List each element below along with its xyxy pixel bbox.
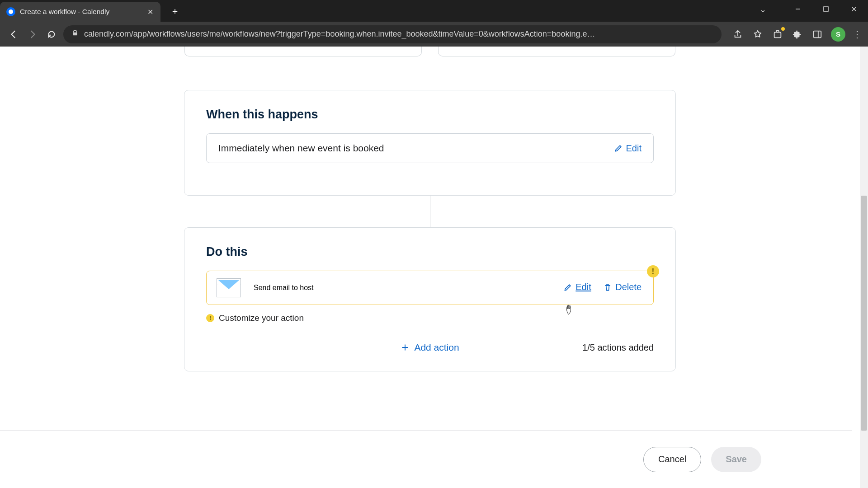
tab-title: Create a workflow - Calendly: [20, 8, 141, 16]
action-delete-label: Delete: [615, 282, 642, 292]
extension-icon[interactable]: [771, 28, 784, 41]
share-icon[interactable]: [731, 28, 744, 41]
profile-avatar[interactable]: S: [831, 27, 845, 42]
trigger-edit-button[interactable]: Edit: [614, 143, 642, 154]
connector-line: [430, 196, 430, 227]
add-action-button[interactable]: Add action: [401, 342, 459, 353]
window-maximize-button[interactable]: [812, 0, 840, 18]
save-button: Save: [711, 447, 761, 472]
trigger-section-title: When this happens: [206, 108, 654, 122]
add-action-row: Add action 1/5 actions added: [206, 342, 654, 353]
svg-rect-6: [776, 30, 779, 32]
customize-label: Customize your action: [219, 313, 304, 323]
trash-icon: [603, 283, 612, 292]
close-tab-icon[interactable]: ✕: [146, 7, 155, 17]
action-edit-button[interactable]: Edit: [563, 282, 591, 292]
pencil-icon: [614, 144, 623, 153]
trigger-card: When this happens Immediately when new e…: [184, 90, 676, 196]
address-bar[interactable]: calendly.com/app/workflows/users/me/work…: [63, 25, 722, 43]
extensions-puzzle-icon[interactable]: [791, 28, 804, 41]
side-panel-icon[interactable]: [811, 28, 824, 41]
page-viewport: When this happens Immediately when new e…: [0, 47, 868, 488]
new-tab-button[interactable]: ＋: [167, 3, 183, 19]
partial-card-left: [184, 47, 422, 56]
actions-count-label: 1/5 actions added: [582, 343, 654, 353]
bookmark-star-icon[interactable]: [751, 28, 764, 41]
browser-titlebar: Create a workflow - Calendly ✕ ＋ ⌄: [0, 0, 868, 22]
action-card: Do this ! Send email to host Edit Delete: [184, 227, 676, 371]
browser-toolbar: calendly.com/app/workflows/users/me/work…: [0, 22, 868, 47]
action-item-box: ! Send email to host Edit Delete: [206, 271, 654, 305]
partial-cards-row: [0, 47, 860, 56]
footer-bar: Cancel Save: [0, 430, 852, 488]
address-text: calendly.com/app/workflows/users/me/work…: [84, 29, 713, 39]
toolbar-right: S ⋮: [731, 27, 862, 42]
window-controls: [784, 0, 868, 18]
pencil-icon: [563, 283, 572, 292]
cancel-label: Cancel: [658, 454, 686, 465]
svg-rect-7: [814, 31, 821, 38]
action-item-left: Send email to host: [217, 278, 314, 297]
nav-reload-button[interactable]: [44, 27, 59, 42]
browser-tab[interactable]: Create a workflow - Calendly ✕: [0, 2, 160, 22]
svg-rect-5: [774, 32, 781, 38]
nav-back-button[interactable]: [6, 27, 21, 42]
svg-rect-1: [824, 7, 828, 11]
action-item-controls: Edit Delete: [563, 282, 642, 294]
svg-rect-4: [73, 33, 77, 36]
trigger-edit-label: Edit: [626, 143, 642, 154]
chrome-menu-icon[interactable]: ⋮: [853, 29, 862, 40]
action-edit-label: Edit: [576, 282, 591, 292]
trigger-description: Immediately when new event is booked: [218, 143, 384, 154]
warning-dot-icon: !: [206, 314, 214, 322]
scrollbar-thumb[interactable]: [861, 196, 867, 431]
partial-card-right: [438, 47, 675, 56]
tab-search-icon[interactable]: ⌄: [760, 5, 766, 14]
add-action-label: Add action: [414, 342, 459, 353]
plus-icon: [401, 343, 410, 352]
action-delete-button[interactable]: Delete: [603, 282, 642, 292]
trigger-box: Immediately when new event is booked Edi…: [206, 133, 654, 163]
window-minimize-button[interactable]: [784, 0, 812, 18]
content-area: When this happens Immediately when new e…: [0, 47, 860, 488]
vertical-scrollbar[interactable]: [860, 47, 868, 488]
calendly-favicon: [6, 7, 15, 16]
warning-badge-icon: !: [647, 265, 659, 277]
customize-row: ! Customize your action: [206, 313, 654, 323]
cancel-button[interactable]: Cancel: [643, 447, 701, 472]
action-item-label: Send email to host: [254, 284, 314, 292]
save-label: Save: [726, 454, 747, 465]
action-section-title: Do this: [206, 245, 654, 259]
lock-icon: [71, 29, 79, 39]
nav-forward-button[interactable]: [25, 27, 40, 42]
window-close-button[interactable]: [840, 0, 868, 18]
email-icon: [217, 278, 241, 297]
